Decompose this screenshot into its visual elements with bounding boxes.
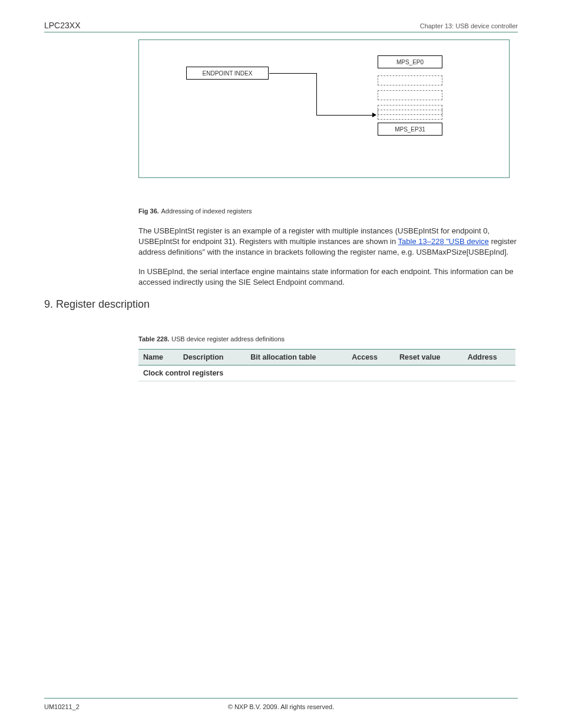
header-product: LPC23XX <box>44 21 80 30</box>
mps-slot-dashed-2 <box>378 90 442 100</box>
th-addr: Address <box>463 349 515 365</box>
th-rst: Reset value <box>395 349 463 365</box>
table-228-link[interactable]: Table 13–228 "USB device <box>398 237 489 246</box>
header-chapter: Chapter 13: USB device controller <box>420 22 518 29</box>
connector-seg1 <box>269 73 316 74</box>
endpoint-index-register: ENDPOINT INDEX <box>186 67 269 80</box>
connector-seg3 <box>316 115 373 116</box>
header-rule <box>44 32 518 32</box>
para-1: The USBEpIntSt register is an example of… <box>138 226 518 258</box>
para-2: In USBEpInd, the serial interface engine… <box>138 266 518 288</box>
figure-label: Fig 36. <box>138 207 159 215</box>
th-name: Name <box>138 349 178 365</box>
table-228-title-text: USB device register address definitions <box>171 335 285 342</box>
th-bat: Bit allocation table <box>246 349 347 365</box>
figure-text: Addressing of indexed registers <box>161 207 252 215</box>
figure-36-diagram: ENDPOINT INDEX MPS_EP0 MPS_EP31 <box>138 39 510 178</box>
footer-rule <box>44 698 518 699</box>
th-desc: Description <box>178 349 246 365</box>
table-228: Name Description Bit allocation table Ac… <box>138 349 515 381</box>
mps-ep31-register: MPS_EP31 <box>378 123 442 136</box>
mps-slot-dashed-4 <box>378 110 442 120</box>
table-228-label: Table 228. <box>138 335 169 342</box>
footer-center: © NXP B.V. 2009. All rights reserved. <box>0 703 562 710</box>
section-heading-9: 9. Register description <box>44 298 518 311</box>
table-228-caption: Table 228. USB device register address d… <box>138 334 518 343</box>
mps-slot-dashed-1 <box>378 75 442 85</box>
mps-ep0-register: MPS_EP0 <box>378 55 442 68</box>
connector-arrow <box>372 113 376 117</box>
row-clock-control-hdr: Clock control registers <box>138 365 515 381</box>
connector-seg2 <box>316 73 317 116</box>
figure-caption: Fig 36. Addressing of indexed registers <box>138 206 518 215</box>
th-acc: Access <box>347 349 395 365</box>
